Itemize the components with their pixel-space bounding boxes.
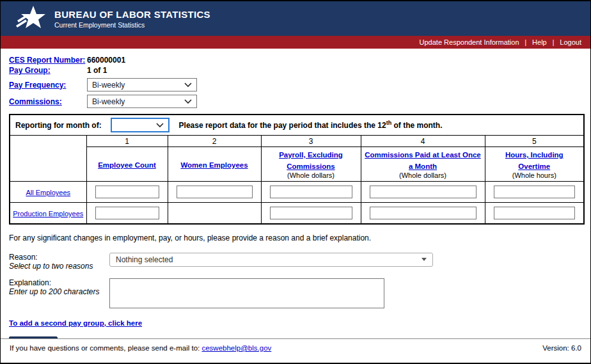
- footer-contact: If you have questions or comments, pleas…: [10, 344, 271, 363]
- explanation-label: Explanation:: [9, 278, 109, 287]
- ces-report-number-value: 660000001: [87, 56, 125, 65]
- ces-report-number-row: CES Report Number: 660000001: [9, 56, 582, 65]
- footer-email-link[interactable]: ceswebhelp@bls.gov: [201, 344, 271, 352]
- reporting-month-select[interactable]: [111, 118, 169, 132]
- reporting-note: Please report data for the pay period th…: [179, 121, 443, 130]
- production-employees-row: Production Employees: [10, 203, 584, 224]
- chevron-down-icon: [184, 83, 192, 87]
- pay-frequency-label[interactable]: Pay Frequency:: [9, 81, 87, 90]
- explanation-textarea[interactable]: [109, 278, 384, 308]
- site-header: BUREAU OF LABOR STATISTICS Current Emplo…: [1, 1, 590, 36]
- bls-logo-icon: [16, 5, 47, 32]
- reason-selected-value: Nothing selected: [116, 255, 173, 264]
- column-link-women-employees[interactable]: Women Employees: [180, 161, 248, 169]
- reason-label-block: Reason: Select up to two reasons: [9, 253, 109, 271]
- caret-down-icon: [422, 258, 427, 261]
- input-production-employees-commissions[interactable]: [370, 207, 477, 219]
- ces-page: BUREAU OF LABOR STATISTICS Current Emplo…: [0, 0, 591, 364]
- column-cell-payroll: Payroll, Excluding Commissions (Whole do…: [261, 147, 361, 182]
- version-label: Version: 6.0: [542, 344, 581, 363]
- column-number-row: 1 2 3 4 5: [10, 136, 584, 147]
- pay-group-row: Pay Group: 1 of 1: [9, 66, 582, 75]
- chevron-down-icon: [184, 99, 192, 104]
- reason-hint: Select up to two reasons: [9, 262, 109, 271]
- reason-field-row: Reason: Select up to two reasons Nothing…: [9, 253, 582, 271]
- separator: |: [525, 39, 527, 46]
- commissions-select[interactable]: Bi-weekly: [87, 95, 197, 108]
- all-employees-row: All Employees: [10, 182, 584, 203]
- input-production-employees-payroll[interactable]: [270, 207, 352, 219]
- logout-link[interactable]: Logout: [560, 38, 581, 46]
- reason-select[interactable]: Nothing selected: [109, 253, 433, 267]
- pay-frequency-select[interactable]: Bi-weekly: [87, 78, 197, 91]
- changes-instruction: For any significant changes in employmen…: [9, 233, 582, 242]
- utility-bar: Update Respondent Information | Help | L…: [1, 36, 590, 49]
- explanation-field-row: Explanation: Enter up to 200 characters: [9, 278, 582, 308]
- column-cell-employee-count: Employee Count: [86, 147, 168, 182]
- column-link-payroll[interactable]: Payroll, Excluding Commissions: [279, 151, 343, 170]
- column-number-2: 2: [168, 136, 261, 147]
- separator: |: [553, 39, 555, 46]
- footer-contact-text: If you have questions or comments, pleas…: [10, 344, 201, 352]
- column-subtitle: (Whole dollars): [265, 171, 358, 180]
- pay-group-value: 1 of 1: [87, 66, 107, 75]
- input-all-employees-employee-count[interactable]: [95, 186, 159, 198]
- column-number-3: 3: [261, 136, 361, 147]
- app-subtitle: Current Employment Statistics: [54, 21, 210, 29]
- reason-label: Reason:: [9, 253, 109, 262]
- commissions-value: Bi-weekly: [92, 97, 125, 106]
- column-number-1: 1: [86, 136, 168, 147]
- header-titles: BUREAU OF LABOR STATISTICS Current Emplo…: [54, 9, 210, 29]
- pay-frequency-row: Pay Frequency: Bi-weekly: [9, 78, 582, 91]
- reporting-month-label: Reporting for month of:: [15, 121, 102, 130]
- input-all-employees-women-employees[interactable]: [177, 186, 253, 198]
- explanation-label-block: Explanation: Enter up to 200 characters: [9, 278, 109, 296]
- reporting-note-prefix: Please report data for the pay period th…: [179, 121, 386, 130]
- reporting-month-row: Reporting for month of: Please report da…: [10, 115, 584, 136]
- help-link[interactable]: Help: [532, 38, 547, 46]
- input-all-employees-payroll[interactable]: [270, 186, 352, 198]
- empty-cell: [168, 203, 261, 224]
- input-all-employees-commissions[interactable]: [370, 186, 477, 198]
- input-production-employees-employee-count[interactable]: [95, 207, 159, 219]
- reporting-note-suffix: of the month.: [391, 121, 442, 130]
- column-link-commissions[interactable]: Commissions Paid at Least Once a Month: [365, 151, 481, 170]
- input-production-employees-hours[interactable]: [494, 207, 576, 219]
- reporting-month-cell: Reporting for month of: Please report da…: [10, 115, 584, 136]
- reporting-note-ordinal: th: [386, 120, 392, 126]
- report-info: CES Report Number: 660000001 Pay Group: …: [9, 56, 582, 108]
- commissions-row: Commissions: Bi-weekly: [9, 95, 582, 108]
- row-header-cell: Production Employees: [10, 203, 86, 224]
- column-subtitle: (Whole dollars): [365, 171, 482, 180]
- column-title-row: Employee Count Women Employees Payroll, …: [10, 147, 584, 182]
- row-link-all-employees[interactable]: All Employees: [24, 189, 72, 198]
- input-all-employees-hours[interactable]: [494, 186, 576, 198]
- explanation-hint: Enter up to 200 characters: [9, 287, 109, 296]
- footer: If you have questions or comments, pleas…: [1, 338, 590, 363]
- column-cell-hours: Hours, Including Overtime (Whole hours): [485, 147, 584, 182]
- column-link-employee-count[interactable]: Employee Count: [98, 161, 156, 169]
- update-respondent-link[interactable]: Update Respondent Information: [420, 38, 519, 46]
- column-number-4: 4: [361, 136, 485, 147]
- pay-frequency-value: Bi-weekly: [92, 81, 125, 90]
- add-pay-group-link[interactable]: To add a second pay group, click here: [9, 319, 142, 327]
- agency-name: BUREAU OF LABOR STATISTICS: [54, 9, 210, 20]
- column-link-hours[interactable]: Hours, Including Overtime: [505, 151, 563, 170]
- column-subtitle: (Whole hours): [489, 171, 581, 180]
- chevron-down-icon: [156, 123, 164, 127]
- column-number-5: 5: [485, 136, 584, 147]
- row-link-production-employees[interactable]: Production Employees: [11, 210, 85, 219]
- column-cell-commissions: Commissions Paid at Least Once a Month (…: [361, 147, 485, 182]
- row-header-cell: All Employees: [10, 182, 86, 203]
- column-cell-women-employees: Women Employees: [168, 147, 261, 182]
- ces-report-number-label[interactable]: CES Report Number:: [9, 56, 87, 65]
- commissions-label[interactable]: Commissions:: [9, 97, 87, 106]
- report-table: Reporting for month of: Please report da…: [9, 114, 585, 225]
- table-stub-cell: [10, 136, 86, 182]
- main-content: CES Report Number: 660000001 Pay Group: …: [1, 49, 590, 351]
- pay-group-label[interactable]: Pay Group:: [9, 66, 87, 75]
